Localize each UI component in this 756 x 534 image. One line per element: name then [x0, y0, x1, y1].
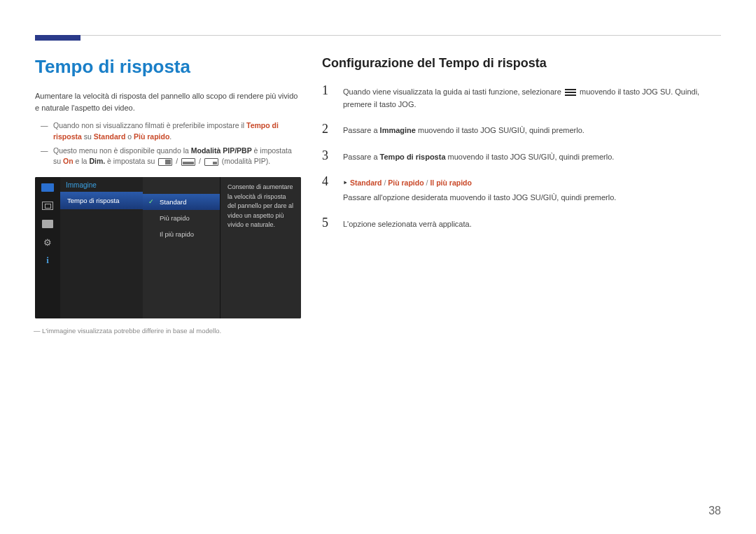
text: su [82, 132, 94, 141]
step-number: 3 [322, 148, 335, 164]
step-row: 1 Quando viene visualizzata la guida ai … [322, 83, 721, 111]
text: Passare a [343, 126, 380, 134]
osd-description: Consente di aumentare la velocità di ris… [220, 177, 301, 318]
text: Quando non si visualizzano filmati è pre… [53, 121, 246, 129]
step-body: ‣Standard / Più rapido / Il più rapido P… [343, 174, 616, 204]
text: muovendo il tasto JOG SU/GIÙ, quindi pre… [416, 126, 584, 134]
text: o [125, 132, 134, 141]
step-number: 1 [322, 83, 335, 111]
text: muovendo il tasto JOG SU/GIÙ, quindi pre… [446, 153, 615, 161]
chapter-mark [35, 35, 80, 41]
pip-layout-icon [158, 158, 172, 166]
osd-preview: ⚙ i Immagine Tempo di risposta Standard … [35, 177, 301, 318]
right-column: Configurazione del Tempo di risposta 1 Q… [322, 56, 721, 335]
menu-icon [565, 89, 576, 97]
text: e la [74, 157, 90, 165]
config-title: Configurazione del Tempo di risposta [322, 56, 721, 71]
section-title: Tempo di risposta [35, 56, 301, 78]
intro-paragraph: Aumentare la velocità di risposta del pa… [35, 90, 301, 113]
bold-text: Immagine [380, 126, 416, 134]
osd-tab-picture-icon [41, 183, 55, 192]
step-number: 2 [322, 122, 335, 137]
step-body: Quando viene visualizzata la guida ai ta… [343, 83, 721, 111]
text: Questo menu non è disponibile quando la [53, 146, 191, 155]
step-number: 4 [322, 174, 335, 204]
pip-layout-icon [204, 158, 218, 166]
osd-options-column: Standard Più rapido Il più rapido [143, 177, 220, 318]
bold-text: Dim. [89, 157, 105, 165]
osd-option-selected: Standard [143, 194, 220, 210]
top-rule [35, 35, 721, 36]
left-column: Tempo di risposta Aumentare la velocità … [35, 56, 301, 335]
note-item: Quando non si visualizzano filmati è pre… [43, 120, 301, 143]
text: (modalità PIP). [222, 157, 270, 165]
bold-text: Modalità PIP/PBP [191, 146, 252, 155]
options-line: ‣Standard / Più rapido / Il più rapido [343, 177, 616, 189]
image-disclaimer: L'immagine visualizzata potrebbe differi… [35, 327, 301, 335]
note-item: Questo menu non è disponibile quando la … [43, 146, 301, 168]
osd-option: Più rapido [143, 210, 220, 226]
step-row: 5 L'opzione selezionata verrà applicata. [322, 216, 721, 231]
option-value: Il più rapido [430, 178, 472, 187]
page-content: Tempo di risposta Aumentare la velocità … [35, 56, 721, 335]
osd-tab-settings-icon: ⚙ [41, 237, 55, 247]
step-body: Passare a Tempo di risposta muovendo il … [343, 148, 614, 164]
notes-list: Quando non si visualizzano filmati è pre… [35, 120, 301, 167]
step-row: 2 Passare a Immagine muovendo il tasto J… [322, 122, 721, 137]
text: Quando viene visualizzata la guida ai ta… [343, 87, 564, 96]
highlight-text: Standard [94, 132, 126, 141]
step-body: L'opzione selezionata verrà applicata. [343, 216, 472, 231]
bold-text: Tempo di risposta [380, 153, 446, 161]
option-value: Più rapido [388, 178, 424, 187]
pip-layout-icon [181, 158, 195, 166]
text: Passare a [343, 153, 380, 161]
osd-tab-info-icon: i [41, 255, 55, 265]
osd-sidebar: ⚙ i [35, 177, 60, 318]
osd-category-label: Immagine [60, 177, 143, 192]
osd-tab-display-icon [41, 219, 55, 229]
highlight-text: On [63, 157, 74, 165]
step-list: 1 Quando viene visualizzata la guida ai … [322, 83, 721, 230]
text: . [169, 132, 172, 141]
osd-option: Il più rapido [143, 226, 220, 242]
text: L'opzione selezionata verrà applicata. [343, 220, 472, 228]
osd-menu-column: Immagine Tempo di risposta [60, 177, 143, 318]
option-value: Standard [350, 178, 382, 187]
highlight-text: Più rapido [134, 132, 169, 141]
text: Passare all'opzione desiderata muovendo … [343, 193, 616, 202]
step-number: 5 [322, 216, 335, 231]
page-number: 38 [708, 505, 721, 517]
osd-tab-pip-icon [41, 201, 55, 211]
step-row: 4 ‣Standard / Più rapido / Il più rapido… [322, 174, 721, 204]
step-body: Passare a Immagine muovendo il tasto JOG… [343, 122, 584, 137]
text: è impostata su [105, 157, 157, 165]
step-row: 3 Passare a Tempo di risposta muovendo i… [322, 148, 721, 164]
osd-menu-item-active: Tempo di risposta [60, 192, 143, 209]
